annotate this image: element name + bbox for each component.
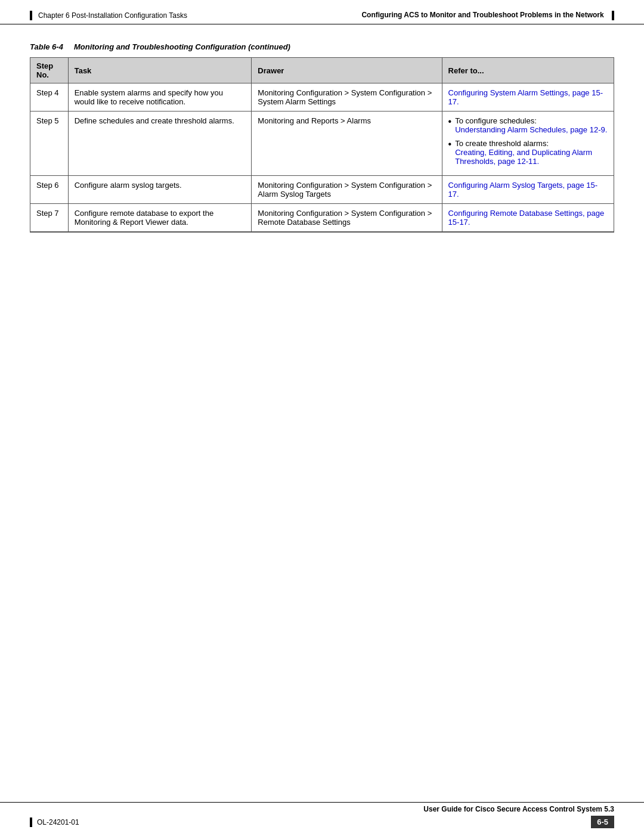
- bullet-icon-1: •: [448, 117, 452, 126]
- cell-drawer-5: Monitoring and Reports > Alarms: [252, 112, 442, 176]
- cell-refer-4: Configuring System Alarm Settings, page …: [442, 83, 614, 112]
- footer-title: User Guide for Cisco Secure Access Contr…: [423, 805, 614, 813]
- bullet-plain-text-2: To create threshold alarms:: [455, 139, 549, 148]
- cell-task-6: Configure alarm syslog targets.: [68, 176, 252, 204]
- table-row: Step 5 Define schedules and create thres…: [30, 112, 614, 176]
- bullet-plain-text-1: To configure schedules:: [455, 116, 537, 125]
- col-header-task: Task: [68, 58, 252, 83]
- header-chapter-text: Chapter 6 Post-Installation Configuratio…: [38, 11, 187, 20]
- page-footer: User Guide for Cisco Secure Access Contr…: [0, 802, 644, 833]
- cell-task-4: Enable system alarms and specify how you…: [68, 83, 252, 112]
- footer-doc-number: OL-24201-01: [37, 818, 79, 826]
- cell-drawer-7: Monitoring Configuration > System Config…: [252, 204, 442, 233]
- link-configuring-remote-database[interactable]: Configuring Remote Database Settings, pa…: [448, 209, 605, 227]
- footer-left-bar-icon: [30, 817, 32, 827]
- bullet-item-thresholds: • To create threshold alarms: Creating, …: [448, 139, 608, 166]
- cell-drawer-4: Monitoring Configuration > System Config…: [252, 83, 442, 112]
- cell-refer-5: • To configure schedules: Understanding …: [442, 112, 614, 176]
- header-left-bar-icon: [30, 11, 32, 20]
- footer-top-line: User Guide for Cisco Secure Access Contr…: [0, 803, 644, 813]
- col-header-refer: Refer to...: [442, 58, 614, 83]
- cell-task-7: Configure remote database to export the …: [68, 204, 252, 233]
- cell-step-4: Step 4: [30, 83, 69, 112]
- cell-step-5: Step 5: [30, 112, 69, 176]
- table-row: Step 7 Configure remote database to expo…: [30, 204, 614, 233]
- col-header-drawer: Drawer: [252, 58, 442, 83]
- bullet-icon-2: •: [448, 140, 452, 149]
- data-table: Step No. Task Drawer Refer to... Step 4 …: [30, 57, 614, 233]
- bullet-content-2: To create threshold alarms: Creating, Ed…: [455, 139, 608, 166]
- cell-refer-6: Configuring Alarm Syslog Targets, page 1…: [442, 176, 614, 204]
- bullet-content-1: To configure schedules: Understanding Al…: [455, 116, 608, 134]
- footer-left: OL-24201-01: [30, 817, 79, 827]
- table-caption-label: Table 6-4 Monitoring and Troubleshooting…: [30, 42, 290, 51]
- table-header-row: Step No. Task Drawer Refer to...: [30, 58, 614, 83]
- header-left: Chapter 6 Post-Installation Configuratio…: [30, 11, 187, 20]
- table-row: Step 4 Enable system alarms and specify …: [30, 83, 614, 112]
- header-right-bar-icon: [612, 11, 614, 20]
- link-creating-editing-duplicating-alarm[interactable]: Creating, Editing, and Duplicating Alarm…: [455, 148, 592, 166]
- table-number: Table 6-4: [30, 42, 63, 51]
- link-configuring-system-alarm[interactable]: Configuring System Alarm Settings, page …: [448, 88, 603, 106]
- link-understanding-alarm-schedules[interactable]: Understanding Alarm Schedules, page 12-9…: [455, 125, 607, 134]
- cell-drawer-6: Monitoring Configuration > System Config…: [252, 176, 442, 204]
- footer-bottom-line: OL-24201-01 6-5: [0, 813, 644, 833]
- header-right: Configuring ACS to Monitor and Troublesh…: [361, 11, 614, 20]
- cell-step-7: Step 7: [30, 204, 69, 233]
- table-title: Monitoring and Troubleshooting Configura…: [74, 42, 290, 51]
- col-header-step: Step No.: [30, 58, 69, 83]
- link-configuring-alarm-syslog[interactable]: Configuring Alarm Syslog Targets, page 1…: [448, 181, 598, 199]
- bullet-item-schedules: • To configure schedules: Understanding …: [448, 116, 608, 134]
- cell-refer-7: Configuring Remote Database Settings, pa…: [442, 204, 614, 233]
- header-section-text: Configuring ACS to Monitor and Troublesh…: [361, 11, 603, 19]
- table-caption: Table 6-4 Monitoring and Troubleshooting…: [30, 42, 614, 51]
- cell-step-6: Step 6: [30, 176, 69, 204]
- main-content: Table 6-4 Monitoring and Troubleshooting…: [0, 24, 644, 233]
- footer-page-number: 6-5: [591, 816, 614, 828]
- page-header: Chapter 6 Post-Installation Configuratio…: [0, 0, 644, 24]
- cell-task-5: Define schedules and create threshold al…: [68, 112, 252, 176]
- table-row: Step 6 Configure alarm syslog targets. M…: [30, 176, 614, 204]
- page-container: Chapter 6 Post-Installation Configuratio…: [0, 0, 644, 833]
